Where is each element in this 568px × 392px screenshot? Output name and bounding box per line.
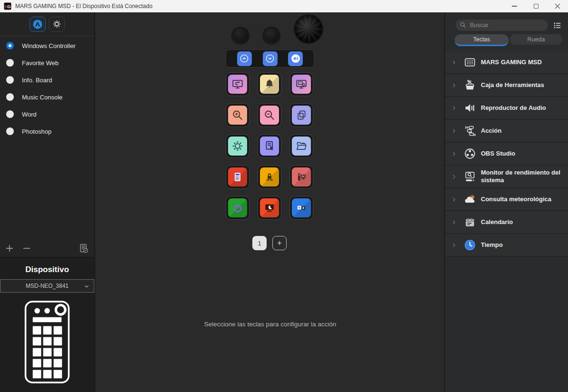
weather-icon: [464, 193, 476, 206]
category-caja-de-herramientas[interactable]: Caja de Herramientas: [445, 74, 568, 97]
window-title: MARS GAMING MSD - El Dispositivo Está Co…: [15, 3, 152, 10]
app-logo-icon: [32, 19, 43, 30]
clock-icon: [464, 239, 476, 251]
profile-info-board[interactable]: Info. Board: [0, 71, 94, 88]
key-display-settings[interactable]: [289, 72, 313, 96]
knob-large[interactable]: [295, 15, 322, 43]
svg-text:G: G: [8, 4, 11, 9]
radio-icon: [6, 127, 14, 135]
app-window-logo-icon: M G: [4, 2, 11, 10]
monitor-moon-icon: [263, 202, 276, 214]
radio-icon: [6, 76, 14, 84]
document-cursor-icon: [263, 140, 276, 152]
radio-selected-icon: [6, 42, 14, 49]
key-notification-bell[interactable]: [258, 72, 281, 96]
category-calendario[interactable]: Calendario: [445, 211, 568, 234]
list-view-button[interactable]: [552, 20, 562, 30]
knob-key-down[interactable]: [263, 51, 278, 66]
audio-player-icon: [464, 102, 476, 114]
page-1-button[interactable]: 1: [252, 236, 267, 250]
add-profile-icon: [5, 244, 14, 253]
chevron-down-icon: [83, 283, 90, 290]
key-lock-laptop[interactable]: [258, 165, 281, 189]
minimize-button[interactable]: [504, 0, 525, 12]
device-manager-icon: [78, 243, 90, 254]
hint-text: Seleccione las teclas para configurar la…: [96, 321, 444, 328]
action-flow-icon: [464, 125, 476, 137]
knob-key-strip: [226, 49, 314, 68]
add-profile-button[interactable]: [3, 242, 16, 255]
key-open-folder[interactable]: [289, 134, 313, 158]
knob-small-1[interactable]: [232, 28, 249, 44]
chevron-right-icon: [451, 82, 457, 88]
device-select[interactable]: MSD-NEO_3841: [0, 279, 94, 293]
key-zoom-in[interactable]: [226, 103, 249, 127]
key-settings-gear[interactable]: [226, 134, 249, 158]
close-icon: [555, 3, 560, 9]
key-calculator[interactable]: [226, 165, 249, 189]
zoom-out-icon: [263, 109, 276, 121]
chevron-right-icon: [451, 174, 457, 180]
radio-icon: [6, 110, 14, 118]
profile-favorite-web[interactable]: Favorite Web: [0, 54, 94, 71]
key-zoom-out[interactable]: [258, 103, 281, 127]
key-display-sleep[interactable]: [258, 196, 281, 220]
category-reproductor-de-audio[interactable]: Reproductor de Audio: [445, 97, 568, 120]
profile-windows-controller[interactable]: Windows Controller: [0, 37, 94, 54]
radio-icon: [6, 59, 14, 67]
radio-icon: [6, 93, 14, 101]
device-manager-button[interactable]: [77, 242, 90, 255]
settings-gear-icon: [52, 20, 61, 29]
actions-panel: Teclas Rueda MARS GAMING MSD Caja de: [444, 12, 568, 392]
toolbox-icon: [464, 79, 476, 91]
category-mars-gaming-msd[interactable]: MARS GAMING MSD: [445, 51, 568, 74]
settings-button[interactable]: [49, 17, 65, 32]
key-duplicate-window[interactable]: [289, 103, 313, 127]
key-page-switch[interactable]: [289, 196, 313, 220]
laptop-lock-icon: [263, 171, 276, 183]
power-icon: [231, 202, 244, 214]
key-hardware-monitor[interactable]: [289, 165, 313, 189]
sidebar-toolbar: [0, 12, 94, 36]
chevron-right-icon: [451, 128, 457, 134]
search-input[interactable]: [456, 20, 548, 31]
knob-key-up[interactable]: [237, 51, 252, 66]
octagon-up-icon: [239, 53, 250, 64]
add-page-button[interactable]: +: [272, 236, 287, 250]
chevron-right-icon: [451, 59, 457, 66]
calendar-icon: [464, 216, 476, 228]
category-obs-studio[interactable]: OBS Studio: [445, 143, 568, 166]
list-view-icon: [553, 21, 562, 30]
tab-rueda[interactable]: Rueda: [510, 34, 562, 45]
device-model: MSD-NEO_3841: [26, 283, 69, 289]
category-tiempo[interactable]: Tiempo: [445, 234, 568, 257]
key-display-undo[interactable]: [226, 72, 249, 96]
key-power[interactable]: [226, 196, 249, 220]
chevron-right-icon: [451, 196, 457, 203]
app-home-button[interactable]: [30, 17, 46, 32]
close-button[interactable]: [547, 0, 568, 12]
remove-profile-button[interactable]: [20, 242, 33, 255]
maximize-button[interactable]: [525, 0, 547, 12]
display-settings-icon: [295, 78, 308, 90]
category-monitor-rendimiento[interactable]: Monitor de rendimiento del sistema: [445, 166, 568, 188]
tab-teclas[interactable]: Teclas: [455, 34, 508, 46]
profile-photoshop[interactable]: Photoshop: [0, 123, 94, 140]
key-script-editor[interactable]: [258, 134, 281, 158]
profile-music-console[interactable]: Music Console: [0, 88, 94, 106]
knob-key-volume[interactable]: [288, 51, 303, 66]
minimize-icon: [512, 6, 517, 7]
device-layout-panel: 1 + Seleccione las teclas para configura…: [96, 12, 444, 392]
speaker-icon: [290, 53, 301, 64]
zoom-in-icon: [231, 109, 244, 121]
category-list: MARS GAMING MSD Caja de Herramientas Rep…: [445, 51, 568, 257]
title-bar: M G MARS GAMING MSD - El Dispositivo Est…: [0, 0, 568, 12]
category-accion[interactable]: Acción: [445, 120, 568, 143]
knob-small-2[interactable]: [263, 28, 279, 44]
octagon-down-icon: [264, 53, 276, 64]
profile-word[interactable]: Word: [0, 106, 94, 123]
category-consulta-meteorologica[interactable]: Consulta meteorológica: [445, 188, 568, 211]
search-icon: [459, 21, 467, 29]
display-undo-icon: [231, 78, 244, 90]
pc-pulse-icon: [295, 171, 308, 183]
